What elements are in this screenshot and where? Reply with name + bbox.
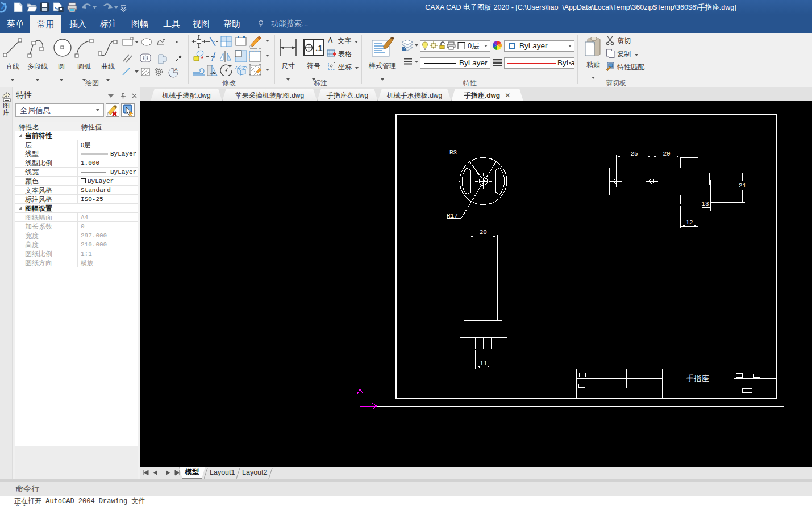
svg-text:R3: R3 [449, 149, 457, 156]
svg-text:20: 20 [480, 229, 487, 236]
svg-text:R17: R17 [447, 212, 458, 219]
svg-text:11: 11 [480, 360, 488, 367]
svg-text:A: A [327, 36, 334, 44]
svg-text:12: 12 [685, 219, 693, 226]
svg-text:手指座: 手指座 [686, 374, 709, 383]
svg-text:0层: 0层 [468, 41, 479, 50]
svg-text:A: A [174, 67, 178, 72]
svg-text:25: 25 [630, 150, 638, 157]
svg-text:.1: .1 [315, 43, 323, 53]
svg-text:13: 13 [701, 200, 709, 207]
svg-text:21: 21 [739, 182, 747, 189]
svg-text:20: 20 [663, 150, 670, 157]
